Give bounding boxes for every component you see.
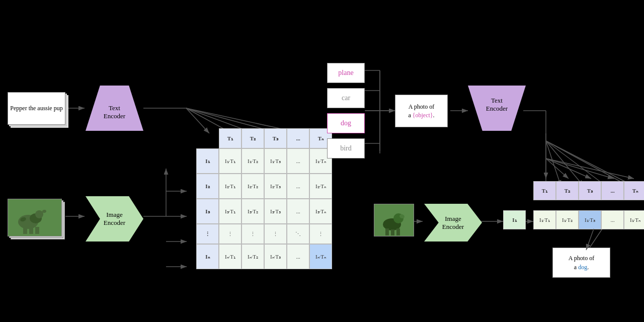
text-input-label: Pepper the aussie pup <box>10 104 62 113</box>
result-highlight: dog <box>578 264 587 271</box>
template-highlight: {object} <box>413 112 433 119</box>
svg-rect-45 <box>385 228 389 235</box>
cell-I1T2: I₁·T₂ <box>242 148 264 174</box>
svg-line-62 <box>546 158 614 179</box>
class-label-dog: dog <box>327 113 365 133</box>
svg-rect-36 <box>23 227 27 234</box>
cell-I2T2: I₂·T₂ <box>242 174 264 199</box>
svg-line-63 <box>546 158 634 179</box>
row-header-I1: I₁ <box>196 148 219 174</box>
cell-INT3: Iₙ·T₃ <box>264 244 287 269</box>
svg-rect-38 <box>35 227 39 234</box>
right-image-encoder-label: ImageEncoder <box>442 215 464 231</box>
right-cell-I1T2: I₁·T₂ <box>556 210 579 229</box>
cell-I1T3: I₁·T₃ <box>264 148 287 174</box>
cell-dots5: ⋮ <box>309 224 332 244</box>
left-text-encoder: TextEncoder <box>86 86 143 131</box>
cell-I3T3: I₃·T₃ <box>264 199 287 224</box>
col-header-dots: ... <box>287 128 309 148</box>
col-header-T1: T₁ <box>219 128 242 148</box>
col-header-T3: T₃ <box>264 128 287 148</box>
right-text-encoder-label: TextEncoder <box>486 97 508 113</box>
result-text: A photo ofa dog. <box>569 254 594 272</box>
cell-I3T2: I₃·T₂ <box>242 199 264 224</box>
cell-INT1: Iₙ·T₁ <box>219 244 242 269</box>
cell-INTN: Iₙ·Tₙ <box>309 244 332 269</box>
svg-rect-46 <box>391 229 394 235</box>
row-header-dots: ⋮ <box>196 224 219 244</box>
svg-rect-37 <box>29 228 33 234</box>
right-row-I1-label: I₁ <box>503 210 526 229</box>
cell-I3TN: I₃·Tₙ <box>309 199 332 224</box>
svg-line-56 <box>586 229 594 250</box>
left-image-encoder-label: ImageEncoder <box>104 211 125 227</box>
cell-dots1: ⋮ <box>219 224 242 244</box>
cell-I2T1: I₂·T₁ <box>219 174 242 199</box>
row-header-I3: I₃ <box>196 199 219 224</box>
cell-I3dots: ... <box>287 199 309 224</box>
right-cell-I1dots: ... <box>601 210 624 229</box>
cell-I3T1: I₃·T₁ <box>219 199 242 224</box>
cell-I2T3: I₂·T₃ <box>264 174 287 199</box>
left-text-encoder-label: TextEncoder <box>104 104 125 120</box>
row-header-IN: Iₙ <box>196 244 219 269</box>
cell-I1dots: ... <box>287 148 309 174</box>
col-header-T2: T₂ <box>242 128 264 148</box>
cell-INT2: Iₙ·T₂ <box>242 244 264 269</box>
right-cell-I1T3: I₁·T₃ <box>579 210 601 229</box>
class-label-car: car <box>327 88 365 108</box>
right-text-encoder: TextEncoder <box>468 86 526 131</box>
template-text: A photo ofa {object}. <box>408 103 434 120</box>
right-cell-I1TN: I₁·Tₙ <box>624 210 644 229</box>
text-input-stack: Pepper the aussie pup <box>8 92 65 125</box>
row-header-I2: I₂ <box>196 174 219 199</box>
right-cell-I1T1: I₁·T₁ <box>533 210 556 229</box>
right-image-encoder: ImageEncoder <box>424 204 482 242</box>
class-label-bird: bird <box>327 138 365 158</box>
cell-dots2: ⋮ <box>242 224 264 244</box>
cell-I2TN: I₂·Tₙ <box>309 174 332 199</box>
left-image-encoder: ImageEncoder <box>86 196 143 242</box>
cell-ddots: ⋱ <box>287 224 309 244</box>
svg-line-61 <box>546 158 591 179</box>
cell-I2dots: ... <box>287 174 309 199</box>
cell-I1T1: I₁·T₁ <box>219 148 242 174</box>
template-box: A photo ofa {object}. <box>395 95 448 127</box>
cell-dots3: ⋮ <box>264 224 287 244</box>
cell-INdots: ... <box>287 244 309 269</box>
class-label-plane: plane <box>327 63 365 83</box>
svg-rect-47 <box>396 228 400 235</box>
